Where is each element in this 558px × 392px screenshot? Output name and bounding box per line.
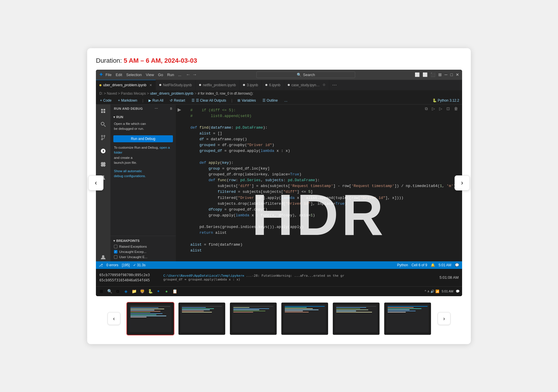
cell-split-icon[interactable]: ⊡	[445, 106, 451, 112]
tab-netflix-study[interactable]: NetFlixStudy.ipynb	[156, 80, 196, 90]
menu-go[interactable]: Go	[158, 73, 163, 77]
taskbar-task-view-icon[interactable]: ⧉	[115, 288, 121, 294]
cell-run-above-icon[interactable]: ▷	[438, 106, 443, 112]
thumb-inner-5	[333, 303, 380, 335]
cell-delete-icon[interactable]: 🗑	[453, 106, 459, 112]
clear-outputs-button[interactable]: ☰ ☰ Clear All Outputs	[190, 98, 227, 103]
activity-git-icon[interactable]	[99, 134, 107, 142]
statusbar-left: ⎇ 0 errors [195] ✓ 31.3s	[99, 263, 146, 267]
menu-view[interactable]: View	[146, 73, 154, 77]
thumbnail-4[interactable]	[281, 302, 329, 335]
outline-button[interactable]: ☰ Outline	[261, 98, 279, 103]
taskbar-search-icon[interactable]: 🔍	[106, 288, 113, 294]
add-code-button[interactable]: + Code	[99, 98, 113, 103]
menu-more[interactable]: ...	[178, 73, 181, 77]
raised-exceptions-checkbox[interactable]	[114, 245, 117, 248]
tab-overflow-button[interactable]: ⋯	[329, 82, 340, 88]
variables-label: Variables	[242, 98, 256, 103]
taskbar-python-icon[interactable]: 🐍	[147, 288, 153, 294]
uncaught-exceptions-checkbox[interactable]: ✓	[114, 250, 117, 253]
restart-button[interactable]: ↺ Restart	[169, 98, 186, 103]
thumbnail-3[interactable]	[229, 302, 277, 335]
run-all-button[interactable]: ▶ Run All	[147, 98, 164, 103]
taskbar-chrome-icon[interactable]: ●	[163, 288, 170, 294]
vscode-logo-icon: ✦	[99, 71, 103, 78]
panel-menu-icon[interactable]: ⋯	[155, 107, 158, 111]
cell-copy-icon[interactable]: ⧉	[424, 106, 429, 112]
windows-start-icon[interactable]: ⊞	[98, 288, 105, 294]
breakpoints-header[interactable]: ▾ BREAKPOINTS	[110, 238, 176, 244]
activity-debug-icon[interactable]	[99, 147, 107, 155]
search-box[interactable]: 🔍 Search	[256, 71, 355, 78]
cell-run-icon[interactable]: ▷	[431, 106, 436, 112]
thumbnail-5[interactable]	[332, 302, 380, 335]
comment-icon[interactable]: 💬	[455, 263, 459, 267]
menu-file[interactable]: File	[105, 73, 112, 77]
customize-text: To customize Run and Debug, open a folde…	[110, 144, 176, 168]
python-icon: 🐍	[432, 98, 437, 103]
thumbnail-1[interactable]	[126, 302, 174, 335]
svg-point-4	[101, 122, 104, 125]
breadcrumb-file: uber_drivers_problem.ipynb	[150, 91, 193, 96]
clear-icon: ☰	[192, 98, 195, 103]
activity-account-icon[interactable]	[99, 253, 107, 261]
nav-back-button[interactable]: ←	[186, 72, 191, 77]
taskbar-misc-icon[interactable]: 📋	[171, 288, 178, 294]
system-tray-icons: ^ ∧ 🔊 📶	[425, 289, 439, 293]
variables-icon: ⊞	[237, 98, 240, 103]
notification-count[interactable]: 💬	[456, 289, 460, 293]
add-markdown-button[interactable]: + Markdown	[117, 98, 138, 103]
taskbar-vs-icon[interactable]: ✦	[155, 288, 162, 294]
run-debug-button[interactable]: Run and Debug	[113, 135, 173, 142]
terminal-command: C:\Users\Naved0\AppData\Local\Temp\ipyke…	[158, 274, 439, 281]
layout-icon-1[interactable]: ⬜	[415, 72, 420, 77]
menu-selection[interactable]: Selection	[126, 73, 142, 77]
chevron-down-icon-2: ▾	[113, 239, 115, 243]
menu-bar: File Edit Selection View Go Run ...	[105, 73, 181, 77]
cell-run-button[interactable]: ▶	[178, 107, 181, 112]
thumbnail-6[interactable]	[384, 302, 432, 335]
thumb-next-button[interactable]: ›	[438, 312, 450, 325]
tab-6[interactable]: 6.ipynb	[262, 80, 284, 90]
tab-close-icon[interactable]: ✕	[149, 83, 152, 87]
tab-settings-icon[interactable]: ⚙	[323, 83, 326, 87]
menu-run[interactable]: Run	[167, 73, 174, 77]
breadcrumb: D: > Naved > Pandas Mecaps > uber_driver…	[96, 90, 462, 97]
run-section-header[interactable]: ▾ RUN	[110, 114, 176, 120]
breadcrumb-path: D: > Naved > Pandas Mecaps >	[99, 91, 149, 96]
tab-dot-icon	[288, 84, 290, 86]
open-folder-link[interactable]: open a folder	[114, 146, 170, 154]
tab-3[interactable]: 3.ipynb	[239, 80, 262, 90]
activity-explorer-icon[interactable]	[99, 107, 107, 115]
carousel-prev-button[interactable]: ‹	[88, 175, 103, 190]
activity-extensions-icon[interactable]	[99, 160, 107, 168]
cell-info-label: Cell 6 of 9	[412, 263, 427, 267]
notification-icon[interactable]: 🔔	[431, 263, 435, 267]
taskbar-edge-icon[interactable]: ◈	[123, 288, 129, 294]
activity-search-icon[interactable]	[99, 120, 107, 128]
taskbar-folder-icon[interactable]: 📁	[131, 288, 137, 294]
tab-uber-drivers[interactable]: uber_drivers_problem.ipynb ✕	[96, 80, 156, 90]
close-button[interactable]: ✕	[456, 72, 459, 77]
layout-icon-3[interactable]: ⬛	[430, 72, 435, 77]
minimize-button[interactable]: ─	[445, 72, 448, 77]
thumbnail-strip: ‹	[96, 302, 462, 335]
maximize-button[interactable]: □	[450, 72, 453, 77]
tab-netflix-problem[interactable]: netflix_problem.ipynb	[196, 80, 239, 90]
layout-icon-2[interactable]: ⬜	[423, 72, 428, 77]
taskbar-brave-icon[interactable]: 🦁	[139, 288, 145, 294]
plus-icon-2: +	[118, 98, 120, 103]
duration-header: Duration: 5 AM – 6 AM, 2024-03-03	[96, 57, 462, 64]
tab-case-study[interactable]: case_study.ipyn… ⚙	[284, 80, 329, 90]
layout-icon-4[interactable]: ⊞	[438, 72, 442, 77]
thumbnail-2[interactable]	[178, 302, 226, 335]
carousel-next-button[interactable]: ›	[455, 175, 470, 190]
more-toolbar-button[interactable]: …	[283, 98, 289, 103]
show-auto-debug-link[interactable]: Show all automaticdebug configurations.	[114, 169, 146, 178]
thumb-prev-button[interactable]: ‹	[108, 312, 120, 325]
user-uncaught-checkbox[interactable]	[114, 255, 117, 259]
menu-edit[interactable]: Edit	[116, 73, 122, 77]
terminal-warning: ...-28: FutationWarning: ...aFra...erate…	[246, 274, 344, 278]
variables-button[interactable]: ⊞ Variables	[236, 98, 257, 103]
nav-forward-button[interactable]: →	[192, 72, 197, 77]
